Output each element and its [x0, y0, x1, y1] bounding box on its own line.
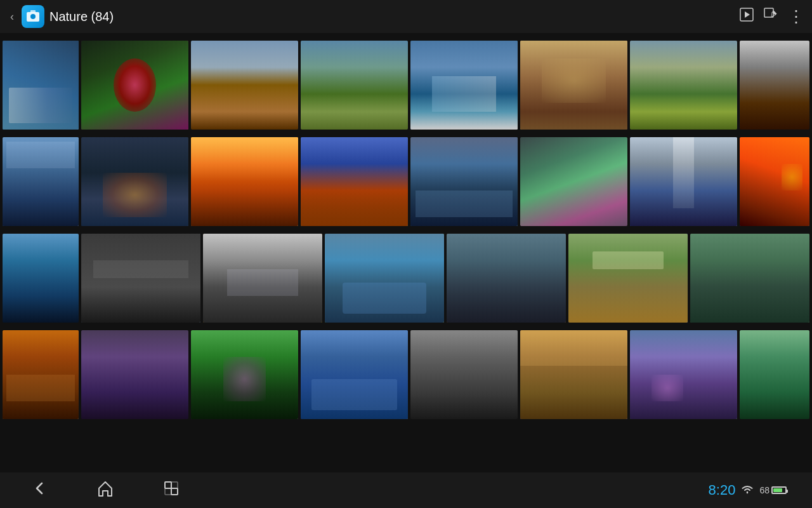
recents-nav-button[interactable]	[157, 474, 185, 506]
photo-item[interactable]	[325, 234, 444, 323]
battery-box	[771, 486, 787, 494]
svg-rect-9	[171, 482, 178, 488]
svg-marker-4	[745, 11, 750, 18]
photo-item[interactable]	[630, 137, 737, 226]
wifi-icon	[740, 484, 754, 497]
photo-item[interactable]	[301, 330, 408, 419]
photo-item[interactable]	[81, 330, 188, 419]
svg-rect-2	[30, 10, 36, 13]
battery-indicator: 68	[759, 485, 787, 495]
svg-point-1	[30, 14, 36, 19]
photo-item[interactable]	[447, 234, 566, 323]
photo-item[interactable]	[520, 41, 627, 130]
photo-item[interactable]	[740, 137, 809, 226]
photo-item[interactable]	[3, 234, 79, 323]
svg-rect-7	[171, 488, 178, 495]
photo-item[interactable]	[81, 137, 188, 226]
photo-item[interactable]	[3, 41, 79, 130]
bottom-navigation: 8:20 68	[0, 472, 812, 508]
photo-item[interactable]	[410, 41, 518, 130]
photo-item[interactable]	[630, 330, 737, 419]
photo-item[interactable]	[520, 137, 627, 226]
photo-item[interactable]	[81, 234, 200, 323]
photo-item[interactable]	[81, 41, 188, 130]
svg-rect-6	[165, 482, 171, 488]
photo-item[interactable]	[568, 234, 688, 323]
photo-item[interactable]	[191, 137, 298, 226]
photo-item[interactable]	[3, 330, 79, 419]
svg-rect-8	[165, 488, 171, 495]
topbar-right: ⋮	[740, 8, 804, 25]
photo-item[interactable]	[3, 137, 79, 226]
time-display: 8:20	[709, 482, 736, 498]
battery-level-text: 68	[759, 485, 769, 495]
photo-item[interactable]	[301, 137, 408, 226]
topbar: ‹ Nature (84) ⋮	[0, 0, 812, 33]
photo-item[interactable]	[690, 234, 809, 323]
photo-row-3	[0, 231, 812, 325]
more-options-button[interactable]: ⋮	[788, 10, 804, 23]
photo-item[interactable]	[410, 137, 518, 226]
photo-item[interactable]	[410, 330, 518, 419]
photo-item[interactable]	[301, 41, 408, 130]
topbar-left: ‹ Nature (84)	[8, 5, 114, 28]
photo-item[interactable]	[630, 41, 737, 130]
photo-item[interactable]	[740, 41, 809, 130]
photo-row-4	[0, 328, 812, 422]
back-button[interactable]: ‹	[8, 8, 16, 26]
home-nav-button[interactable]	[91, 474, 119, 506]
app-icon	[22, 5, 44, 28]
photo-item[interactable]	[191, 330, 298, 419]
photo-item[interactable]	[520, 330, 627, 419]
photo-item[interactable]	[740, 330, 809, 419]
edit-button[interactable]	[764, 8, 778, 25]
photo-row-2	[0, 135, 812, 229]
slideshow-button[interactable]	[740, 8, 754, 25]
status-bar: 8:20 68	[709, 482, 787, 498]
photo-item[interactable]	[191, 41, 298, 130]
photo-row-1	[0, 38, 812, 132]
battery-fill	[773, 488, 782, 492]
gallery	[0, 33, 812, 472]
album-title: Nature (84)	[49, 10, 114, 24]
back-nav-button[interactable]	[25, 474, 53, 506]
photo-item[interactable]	[203, 234, 322, 323]
